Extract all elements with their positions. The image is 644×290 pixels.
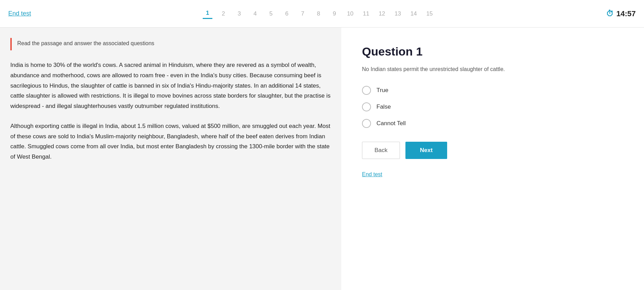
option-item-false[interactable]: False: [362, 102, 623, 111]
timer-value: 14:57: [616, 9, 636, 18]
action-buttons: Back Next: [362, 142, 623, 159]
end-test-bottom-link[interactable]: End test: [362, 171, 382, 177]
timer-icon: ⏱: [606, 9, 614, 18]
question-number-1[interactable]: 1: [203, 8, 212, 19]
question-number-7[interactable]: 7: [298, 9, 308, 19]
next-button[interactable]: Next: [405, 142, 447, 159]
question-number-4[interactable]: 4: [250, 9, 260, 19]
option-label-false: False: [376, 103, 391, 110]
passage-paragraph-1: India is home to 30% of the world's cows…: [10, 60, 331, 111]
passage-area: Read the passage and answer the associat…: [0, 28, 341, 290]
question-title: Question 1: [362, 45, 623, 58]
question-number-14[interactable]: 14: [409, 9, 419, 19]
question-numbers: 123456789101112131415: [203, 8, 434, 19]
option-radio-false[interactable]: [362, 102, 371, 111]
question-area: Question 1 No Indian states permit the u…: [341, 28, 644, 290]
option-radio-true[interactable]: [362, 86, 371, 95]
instruction-bar: [10, 38, 12, 50]
option-label-cannot_tell: Cannot Tell: [376, 120, 406, 127]
question-number-15[interactable]: 15: [425, 9, 434, 19]
question-number-11[interactable]: 11: [361, 9, 371, 19]
instruction-text: Read the passage and answer the associat…: [17, 38, 154, 48]
question-number-8[interactable]: 8: [314, 9, 323, 19]
timer-display: ⏱ 14:57: [606, 9, 636, 18]
question-number-12[interactable]: 12: [377, 9, 387, 19]
question-number-6[interactable]: 6: [282, 9, 292, 19]
option-item-cannot_tell[interactable]: Cannot Tell: [362, 119, 623, 128]
question-number-5[interactable]: 5: [266, 9, 276, 19]
question-number-9[interactable]: 9: [330, 9, 339, 19]
question-number-3[interactable]: 3: [234, 9, 244, 19]
option-radio-cannot_tell[interactable]: [362, 119, 371, 128]
top-bar: End test 123456789101112131415 ⏱ 14:57: [0, 0, 644, 28]
options-list: TrueFalseCannot Tell: [362, 86, 623, 128]
back-button[interactable]: Back: [362, 142, 400, 159]
end-test-link[interactable]: End test: [8, 10, 31, 17]
passage-text: India is home to 30% of the world's cows…: [10, 60, 331, 162]
question-number-10[interactable]: 10: [345, 9, 355, 19]
question-number-2[interactable]: 2: [219, 9, 228, 19]
option-item-true[interactable]: True: [362, 86, 623, 95]
main-content: Read the passage and answer the associat…: [0, 28, 644, 290]
option-label-true: True: [376, 87, 388, 94]
question-number-13[interactable]: 13: [393, 9, 403, 19]
passage-paragraph-2: Although exporting cattle is illegal in …: [10, 121, 331, 162]
question-body: No Indian states permit the unrestricted…: [362, 65, 623, 73]
passage-instruction: Read the passage and answer the associat…: [10, 38, 331, 50]
